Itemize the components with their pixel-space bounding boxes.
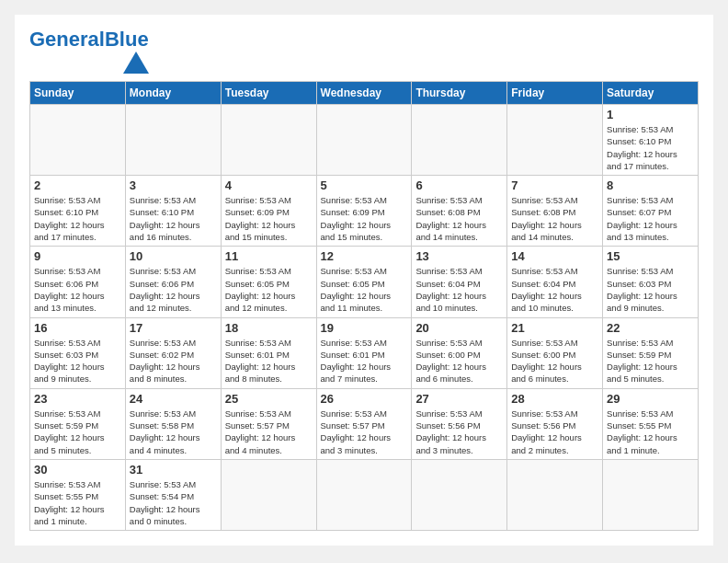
header: GeneralBlue xyxy=(29,29,699,74)
calendar-cell xyxy=(412,105,507,176)
day-number: 29 xyxy=(607,392,694,406)
day-number: 6 xyxy=(415,178,503,192)
logo: GeneralBlue xyxy=(29,29,149,74)
calendar-cell: 8Sunrise: 5:53 AM Sunset: 6:07 PM Daylig… xyxy=(603,176,699,247)
weekday-header-monday: Monday xyxy=(125,82,221,105)
day-number: 26 xyxy=(321,392,408,406)
day-number: 21 xyxy=(511,321,598,335)
day-info: Sunrise: 5:53 AM Sunset: 6:10 PM Dayligh… xyxy=(34,194,121,243)
day-info: Sunrise: 5:53 AM Sunset: 6:08 PM Dayligh… xyxy=(415,194,503,243)
day-info: Sunrise: 5:53 AM Sunset: 6:06 PM Dayligh… xyxy=(130,265,217,314)
day-number: 14 xyxy=(511,249,598,263)
day-info: Sunrise: 5:53 AM Sunset: 6:03 PM Dayligh… xyxy=(34,337,121,385)
day-number: 12 xyxy=(321,249,408,263)
day-info: Sunrise: 5:53 AM Sunset: 6:10 PM Dayligh… xyxy=(607,123,694,172)
calendar-cell: 27Sunrise: 5:53 AM Sunset: 5:56 PM Dayli… xyxy=(412,388,507,459)
calendar-cell xyxy=(221,459,316,530)
day-info: Sunrise: 5:53 AM Sunset: 5:57 PM Dayligh… xyxy=(321,408,408,456)
day-number: 28 xyxy=(511,392,598,406)
day-info: Sunrise: 5:53 AM Sunset: 6:02 PM Dayligh… xyxy=(130,337,217,385)
day-number: 15 xyxy=(607,249,694,263)
calendar-page: GeneralBlue SundayMondayTuesdayWednesday… xyxy=(15,15,713,546)
day-number: 8 xyxy=(607,178,694,192)
day-info: Sunrise: 5:53 AM Sunset: 5:55 PM Dayligh… xyxy=(34,478,121,527)
weekday-row: SundayMondayTuesdayWednesdayThursdayFrid… xyxy=(30,82,699,105)
day-number: 19 xyxy=(321,321,408,335)
calendar-cell xyxy=(125,105,221,176)
calendar-table: SundayMondayTuesdayWednesdayThursdayFrid… xyxy=(29,81,699,531)
day-number: 18 xyxy=(225,321,313,335)
day-info: Sunrise: 5:53 AM Sunset: 5:55 PM Dayligh… xyxy=(607,408,694,456)
calendar-cell: 30Sunrise: 5:53 AM Sunset: 5:55 PM Dayli… xyxy=(30,459,126,530)
calendar-cell: 14Sunrise: 5:53 AM Sunset: 6:04 PM Dayli… xyxy=(507,247,603,317)
calendar-cell: 3Sunrise: 5:53 AM Sunset: 6:10 PM Daylig… xyxy=(125,176,221,247)
day-info: Sunrise: 5:53 AM Sunset: 6:10 PM Dayligh… xyxy=(130,194,217,243)
day-info: Sunrise: 5:53 AM Sunset: 6:06 PM Dayligh… xyxy=(34,265,121,314)
calendar-cell: 15Sunrise: 5:53 AM Sunset: 6:03 PM Dayli… xyxy=(603,247,699,317)
calendar-cell xyxy=(507,105,603,176)
day-info: Sunrise: 5:53 AM Sunset: 6:05 PM Dayligh… xyxy=(321,265,408,314)
calendar-week-2: 2Sunrise: 5:53 AM Sunset: 6:10 PM Daylig… xyxy=(30,176,699,247)
day-number: 20 xyxy=(415,321,503,335)
day-number: 10 xyxy=(130,249,217,263)
day-number: 25 xyxy=(225,392,313,406)
calendar-cell: 13Sunrise: 5:53 AM Sunset: 6:04 PM Dayli… xyxy=(412,247,507,317)
calendar-cell: 25Sunrise: 5:53 AM Sunset: 5:57 PM Dayli… xyxy=(221,388,316,459)
calendar-week-6: 30Sunrise: 5:53 AM Sunset: 5:55 PM Dayli… xyxy=(30,459,699,530)
calendar-cell xyxy=(603,459,699,530)
calendar-cell: 28Sunrise: 5:53 AM Sunset: 5:56 PM Dayli… xyxy=(507,388,603,459)
day-info: Sunrise: 5:53 AM Sunset: 6:09 PM Dayligh… xyxy=(321,194,408,243)
day-info: Sunrise: 5:53 AM Sunset: 6:01 PM Dayligh… xyxy=(225,337,313,385)
calendar-cell xyxy=(221,105,316,176)
day-info: Sunrise: 5:53 AM Sunset: 6:00 PM Dayligh… xyxy=(511,337,598,385)
calendar-cell: 11Sunrise: 5:53 AM Sunset: 6:05 PM Dayli… xyxy=(221,247,316,317)
calendar-cell xyxy=(316,459,412,530)
calendar-cell: 24Sunrise: 5:53 AM Sunset: 5:58 PM Dayli… xyxy=(125,388,221,459)
day-number: 16 xyxy=(34,321,121,335)
day-number: 2 xyxy=(34,178,121,192)
calendar-cell: 12Sunrise: 5:53 AM Sunset: 6:05 PM Dayli… xyxy=(316,247,412,317)
day-info: Sunrise: 5:53 AM Sunset: 5:54 PM Dayligh… xyxy=(130,478,217,527)
day-info: Sunrise: 5:53 AM Sunset: 6:09 PM Dayligh… xyxy=(225,194,313,243)
day-number: 9 xyxy=(34,249,121,263)
weekday-header-sunday: Sunday xyxy=(30,82,126,105)
calendar-cell: 18Sunrise: 5:53 AM Sunset: 6:01 PM Dayli… xyxy=(221,317,316,388)
day-number: 23 xyxy=(34,392,121,406)
day-info: Sunrise: 5:53 AM Sunset: 5:56 PM Dayligh… xyxy=(415,408,503,456)
weekday-header-thursday: Thursday xyxy=(412,82,507,105)
logo-general: General xyxy=(29,28,105,51)
day-number: 4 xyxy=(225,178,313,192)
day-info: Sunrise: 5:53 AM Sunset: 6:08 PM Dayligh… xyxy=(511,194,598,243)
day-number: 7 xyxy=(511,178,598,192)
calendar-cell: 17Sunrise: 5:53 AM Sunset: 6:02 PM Dayli… xyxy=(125,317,221,388)
weekday-header-saturday: Saturday xyxy=(603,82,699,105)
calendar-week-3: 9Sunrise: 5:53 AM Sunset: 6:06 PM Daylig… xyxy=(30,247,699,317)
day-number: 27 xyxy=(415,392,503,406)
day-info: Sunrise: 5:53 AM Sunset: 6:07 PM Dayligh… xyxy=(607,194,694,243)
logo-blue: Blue xyxy=(105,28,149,51)
weekday-header-friday: Friday xyxy=(507,82,603,105)
logo-text-block: GeneralBlue xyxy=(29,29,149,74)
calendar-week-5: 23Sunrise: 5:53 AM Sunset: 5:59 PM Dayli… xyxy=(30,388,699,459)
calendar-week-4: 16Sunrise: 5:53 AM Sunset: 6:03 PM Dayli… xyxy=(30,317,699,388)
day-info: Sunrise: 5:53 AM Sunset: 5:59 PM Dayligh… xyxy=(607,337,694,385)
day-number: 5 xyxy=(321,178,408,192)
calendar-cell: 9Sunrise: 5:53 AM Sunset: 6:06 PM Daylig… xyxy=(30,247,126,317)
day-info: Sunrise: 5:53 AM Sunset: 6:04 PM Dayligh… xyxy=(511,265,598,314)
calendar-cell xyxy=(316,105,412,176)
calendar-cell xyxy=(507,459,603,530)
day-number: 31 xyxy=(130,463,217,477)
day-number: 3 xyxy=(130,178,217,192)
day-info: Sunrise: 5:53 AM Sunset: 6:05 PM Dayligh… xyxy=(225,265,313,314)
day-info: Sunrise: 5:53 AM Sunset: 6:04 PM Dayligh… xyxy=(415,265,503,314)
calendar-cell: 6Sunrise: 5:53 AM Sunset: 6:08 PM Daylig… xyxy=(412,176,507,247)
day-info: Sunrise: 5:53 AM Sunset: 6:01 PM Dayligh… xyxy=(321,337,408,385)
calendar-cell: 20Sunrise: 5:53 AM Sunset: 6:00 PM Dayli… xyxy=(412,317,507,388)
day-number: 17 xyxy=(130,321,217,335)
calendar-cell: 21Sunrise: 5:53 AM Sunset: 6:00 PM Dayli… xyxy=(507,317,603,388)
logo-triangle-icon xyxy=(123,52,149,74)
calendar-cell: 1Sunrise: 5:53 AM Sunset: 6:10 PM Daylig… xyxy=(603,105,699,176)
calendar-cell: 19Sunrise: 5:53 AM Sunset: 6:01 PM Dayli… xyxy=(316,317,412,388)
calendar-cell xyxy=(30,105,126,176)
weekday-header-wednesday: Wednesday xyxy=(316,82,412,105)
